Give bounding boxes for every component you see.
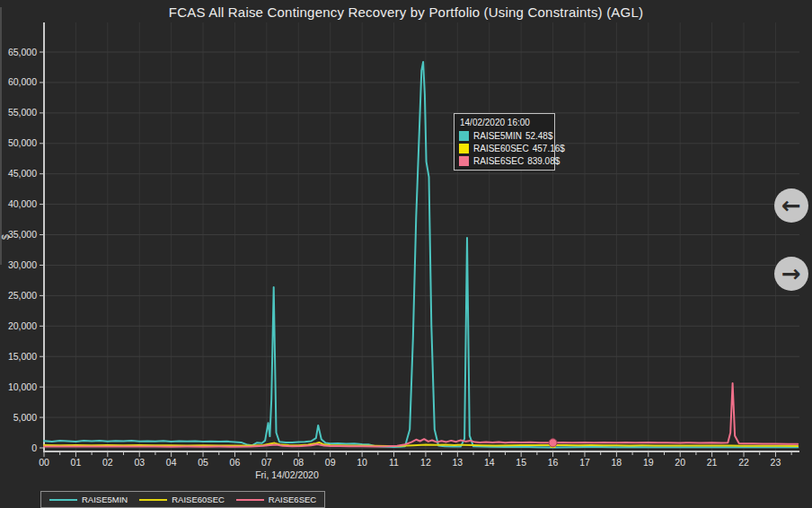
tooltip-series-label: RAISE6SEC <box>473 156 524 166</box>
svg-text:22: 22 <box>738 457 749 468</box>
svg-text:18: 18 <box>612 457 622 468</box>
svg-text:0: 0 <box>31 442 37 453</box>
svg-text:19: 19 <box>643 457 654 468</box>
tooltip-series-value: 457.16$ <box>533 144 565 153</box>
svg-text:30,000: 30,000 <box>8 259 37 270</box>
raise5min-swatch-icon <box>459 131 469 141</box>
legend-label: RAISE5MIN <box>82 495 128 504</box>
svg-text:15: 15 <box>516 457 526 468</box>
svg-text:45,000: 45,000 <box>8 168 37 179</box>
svg-text:23: 23 <box>771 457 781 468</box>
svg-text:14: 14 <box>484 457 495 468</box>
svg-text:08: 08 <box>293 457 304 468</box>
chart-legend: RAISE5MIN RAISE60SEC RAISE6SEC <box>40 491 325 508</box>
svg-text:20: 20 <box>675 457 685 468</box>
svg-text:$: $ <box>0 234 11 240</box>
svg-text:55,000: 55,000 <box>8 107 37 118</box>
tooltip-series-value: 52.48$ <box>525 131 553 141</box>
arrow-left-icon: ← <box>781 194 801 217</box>
svg-text:60,000: 60,000 <box>8 76 37 87</box>
svg-text:00: 00 <box>39 457 49 468</box>
hover-tooltip: 14/02/2020 16:00 RAISE5MIN 52.48$ RAISE6… <box>454 113 555 171</box>
svg-text:21: 21 <box>707 457 718 468</box>
svg-text:10: 10 <box>357 457 367 468</box>
line-chart-plot: 05,00010,00015,00020,00025,00030,00035,0… <box>0 0 812 508</box>
svg-text:10,000: 10,000 <box>8 381 37 392</box>
legend-label: RAISE6SEC <box>269 495 316 504</box>
tooltip-series-label: RAISE60SEC <box>473 144 529 153</box>
svg-text:12: 12 <box>420 457 431 468</box>
tooltip-row-raise6sec: RAISE6SEC 839.08$ <box>459 156 550 166</box>
svg-text:Fri, 14/02/2020: Fri, 14/02/2020 <box>255 469 319 480</box>
svg-text:07: 07 <box>261 457 272 468</box>
raise6sec-line-swatch-icon <box>236 499 264 501</box>
raise5min-line-swatch-icon <box>49 499 77 501</box>
fcas-chart-window: FCAS All Raise Contingency Recovery by P… <box>0 0 812 508</box>
tooltip-series-label: RAISE5MIN <box>473 131 522 141</box>
svg-text:05: 05 <box>198 457 208 468</box>
svg-text:16: 16 <box>548 457 559 468</box>
raise60sec-line-swatch-icon <box>139 499 167 501</box>
svg-text:02: 02 <box>102 457 113 468</box>
svg-text:03: 03 <box>134 457 145 468</box>
legend-item-raise60sec[interactable]: RAISE60SEC <box>139 495 225 504</box>
legend-label: RAISE60SEC <box>172 495 225 504</box>
svg-text:65,000: 65,000 <box>8 47 37 57</box>
svg-text:11: 11 <box>389 457 399 468</box>
legend-item-raise5min[interactable]: RAISE5MIN <box>49 495 128 504</box>
svg-text:40,000: 40,000 <box>8 198 37 209</box>
arrow-right-icon: → <box>781 262 801 285</box>
tooltip-timestamp: 14/02/2020 16:00 <box>460 118 550 127</box>
next-period-button[interactable]: → <box>774 257 808 291</box>
tooltip-series-value: 839.08$ <box>527 156 560 166</box>
svg-text:04: 04 <box>166 457 177 468</box>
svg-text:13: 13 <box>452 457 463 468</box>
svg-text:50,000: 50,000 <box>8 137 37 148</box>
tooltip-row-raise5min: RAISE5MIN 52.48$ <box>459 131 550 141</box>
raise6sec-swatch-icon <box>459 156 469 166</box>
raise60sec-swatch-icon <box>459 144 469 153</box>
tooltip-row-raise60sec: RAISE60SEC 457.16$ <box>459 144 550 153</box>
svg-text:35,000: 35,000 <box>8 229 37 240</box>
svg-text:5,000: 5,000 <box>13 412 37 423</box>
previous-period-button[interactable]: ← <box>774 188 808 223</box>
svg-text:09: 09 <box>325 457 336 468</box>
svg-text:17: 17 <box>579 457 590 468</box>
svg-text:15,000: 15,000 <box>8 351 37 362</box>
svg-text:25,000: 25,000 <box>8 290 37 301</box>
svg-text:01: 01 <box>71 457 82 468</box>
svg-text:20,000: 20,000 <box>8 320 37 331</box>
svg-text:06: 06 <box>230 457 241 468</box>
legend-item-raise6sec[interactable]: RAISE6SEC <box>236 495 316 504</box>
